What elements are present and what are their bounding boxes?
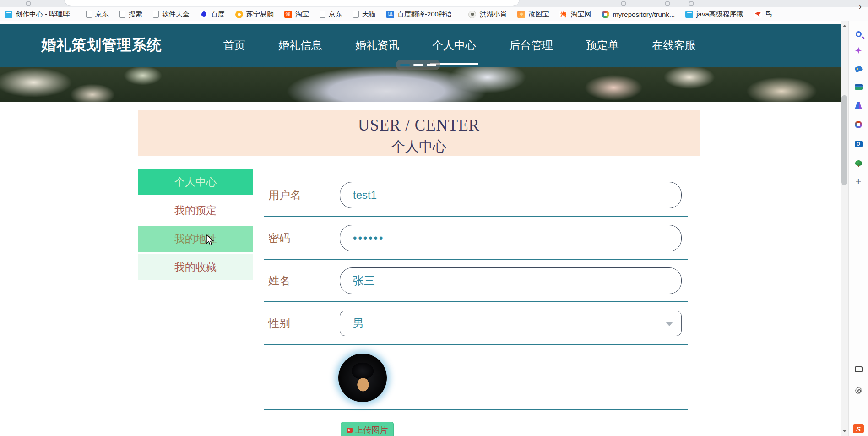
sidebar-item-my-favorites[interactable]: 我的收藏 (138, 254, 253, 280)
scrollbar-thumb[interactable] (841, 95, 847, 185)
settings-gear-icon[interactable] (853, 385, 864, 396)
bookmark-label: 创作中心 - 哔哩哔... (16, 10, 76, 19)
screen: 创作中心 - 哔哩哔... 京东 搜索 软件大全 百度 苏宁易购 淘宝 京东 天… (0, 0, 868, 436)
nav-item-orders[interactable]: 预定单 (570, 24, 635, 67)
bookmark-label: 百度 (211, 10, 225, 19)
search-icon[interactable] (853, 28, 864, 39)
bookmark-label: 洪湖小肖 (479, 10, 507, 19)
bookmark-item[interactable]: 创作中心 - 哔哩哔... (5, 10, 76, 19)
form-row-name: 姓名 (264, 260, 688, 302)
web-page: 婚礼策划管理系统 首页 婚礼信息 婚礼资讯 个人中心 后台管理 预定单 在线客服… (0, 21, 841, 436)
add-icon[interactable]: + (853, 176, 864, 187)
toolbox-icon[interactable] (853, 82, 864, 93)
bookmark-label: 鸟 (765, 10, 772, 19)
bookmark-item[interactable]: 洪湖小肖 (468, 10, 507, 19)
carousel-dash[interactable] (413, 64, 423, 66)
page-subtitle: 个人中心 (138, 137, 700, 156)
bookmark-label: 苏宁易购 (246, 10, 274, 19)
carousel-dash-active[interactable] (400, 64, 410, 66)
page-header-band: USER / CENTER 个人中心 (138, 110, 700, 156)
nav-item-customer-service[interactable]: 在线客服 (635, 24, 712, 67)
microsoft-365-icon[interactable] (853, 119, 864, 130)
bookmark-label: 淘宝网 (570, 10, 591, 19)
games-icon[interactable] (853, 100, 864, 111)
suning-lion-icon (235, 11, 243, 18)
carousel-dash[interactable] (427, 64, 436, 66)
bookmark-item[interactable]: 搜索 (119, 10, 142, 19)
taobao-icon (284, 11, 292, 18)
scroll-up-arrow[interactable] (841, 22, 848, 30)
refresh-icon[interactable] (26, 1, 31, 6)
outlook-icon[interactable] (853, 138, 864, 149)
red-bird-icon (754, 11, 762, 18)
bookmark-item[interactable]: 软件大全 (153, 10, 190, 19)
page-title: USER / CENTER (138, 116, 700, 135)
carousel-indicators (396, 60, 440, 70)
page-icon (119, 11, 125, 18)
bookmark-item[interactable]: 百度翻译-200种语... (386, 10, 458, 19)
bookmark-item[interactable]: java高级程序猿 (685, 10, 743, 19)
nav-item-admin[interactable]: 后台管理 (493, 24, 570, 67)
bookmark-label: 百度翻译-200种语... (397, 10, 458, 19)
bookmark-item[interactable]: 鸟 (754, 10, 772, 19)
bilibili-icon (5, 11, 12, 18)
upload-button-label: 上传图片 (355, 425, 388, 436)
bookmark-item[interactable]: 天猫 (353, 10, 376, 19)
sidebar-item-my-bookings[interactable]: 我的预定 (138, 197, 253, 223)
copilot-sparkle-icon[interactable] (853, 45, 864, 56)
open-panel-icon[interactable] (853, 364, 864, 375)
browser-toolbar (0, 0, 868, 7)
page-icon (320, 11, 326, 18)
sidebar-item-my-address[interactable]: 我的地址 (138, 226, 253, 252)
gaitubao-icon (517, 11, 525, 18)
nav-items: 首页 婚礼信息 婚礼资讯 个人中心 后台管理 预定单 在线客服 (207, 24, 712, 67)
nav-item-wedding-info[interactable]: 婚礼信息 (262, 24, 339, 67)
bookmark-item[interactable]: 改图宝 (517, 10, 549, 19)
bookmark-label: myrepository/trunk... (613, 11, 675, 18)
username-field[interactable] (340, 182, 682, 208)
bookmark-label: 京东 (329, 10, 342, 19)
bookmarks-bar: 创作中心 - 哔哩哔... 京东 搜索 软件大全 百度 苏宁易购 淘宝 京东 天… (0, 7, 868, 21)
profile-icon[interactable] (665, 1, 670, 6)
svn-icon (602, 11, 609, 18)
bookmark-item[interactable]: 淘宝 (284, 10, 309, 19)
extensions-icon[interactable] (621, 1, 626, 6)
upload-image-button[interactable]: 上传图片 (341, 422, 394, 436)
bookmark-item[interactable]: myrepository/trunk... (602, 11, 675, 18)
shopping-tag-icon[interactable] (853, 63, 864, 74)
scroll-down-arrow[interactable] (841, 427, 848, 435)
nav-item-home[interactable]: 首页 (207, 24, 262, 67)
password-label: 密码 (268, 231, 290, 245)
gender-select[interactable]: 男 (340, 311, 682, 336)
bookmark-item[interactable]: 京东 (86, 10, 109, 19)
baidu-paw-icon (200, 11, 208, 18)
sidebar-item-user-center[interactable]: 个人中心 (138, 169, 253, 195)
snipaste-icon[interactable] (853, 423, 864, 434)
site-brand[interactable]: 婚礼策划管理系统 (41, 35, 162, 55)
name-field[interactable] (340, 267, 682, 294)
bookmark-item[interactable]: 京东 (320, 10, 342, 19)
gray-bird-icon (468, 11, 476, 18)
name-label: 姓名 (268, 273, 290, 288)
bookmark-label: 软件大全 (162, 10, 190, 19)
form-row-password: 密码 (264, 217, 688, 260)
edge-sidebar: + (848, 21, 868, 436)
address-bar[interactable] (64, 0, 520, 6)
translate-icon (386, 11, 394, 18)
vertical-scrollbar[interactable] (841, 21, 848, 436)
page-icon (86, 11, 92, 18)
bookmarks-overflow-chevron[interactable]: › (859, 2, 862, 11)
bookmark-item[interactable]: 淘宝网 (559, 10, 591, 19)
gender-label: 性别 (268, 316, 290, 331)
menu-icon[interactable] (689, 1, 694, 6)
bookmark-label: 天猫 (362, 10, 376, 19)
page-icon (353, 11, 359, 18)
password-field[interactable] (340, 225, 682, 251)
bookmark-item[interactable]: 苏宁易购 (235, 10, 274, 19)
bookmark-label: java高级程序猿 (696, 10, 743, 19)
avatar[interactable] (338, 354, 387, 402)
form-row-username: 用户名 (264, 174, 688, 217)
bookmark-item[interactable]: 百度 (200, 10, 225, 19)
tree-icon[interactable] (853, 158, 864, 169)
form-row-gender: 性别 男 (264, 302, 688, 345)
